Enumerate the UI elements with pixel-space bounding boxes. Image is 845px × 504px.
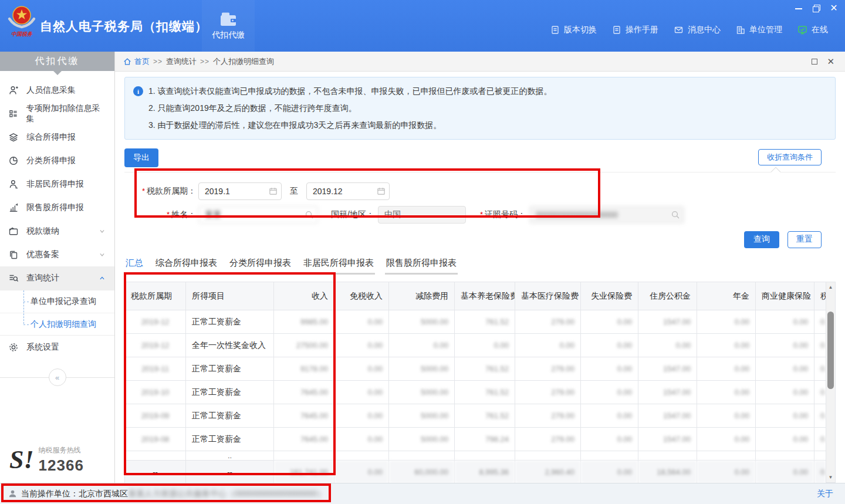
cell-value: 279.00 [515,357,581,381]
sidebar-item-2[interactable]: 综合所得申报 [0,126,114,149]
sidebar-item-8[interactable]: 查询统计 [0,266,114,290]
table-row[interactable]: 2019-10正常工资薪金7645.000.005000.00761.52279… [125,381,826,404]
minimize-icon[interactable] [795,4,803,12]
header-menu-item-0[interactable]: 版本切换 [543,25,604,35]
sidebar-item-9[interactable]: 系统设置 [0,336,114,359]
column-header-1[interactable]: 所得项目 [186,282,274,310]
cell-value: 161,741.00 [274,461,334,483]
cell-value: 0.00 [581,357,638,381]
result-tabs: 汇总综合所得申报表分类所得申报表非居民所得申报表限售股所得申报表 [124,258,836,275]
cell-value: 0.00 [697,334,756,357]
cell-value: 18,564.00 [638,461,697,483]
result-tab-4[interactable]: 限售股所得申报表 [385,258,458,275]
export-button[interactable]: 导出 [124,148,158,167]
scroll-down-icon[interactable]: ▼ [826,473,835,482]
header-menu-item-3[interactable]: 单位管理 [728,25,790,35]
cell-income-item: 全年一次性奖金收入 [186,334,274,357]
calendar-icon[interactable] [377,187,386,195]
cell-value: 27500.00 [274,334,334,357]
about-link[interactable]: 关于 [817,489,833,499]
column-header-3[interactable]: 免税收入 [334,282,389,310]
form-actions: 查询 重置 [124,227,836,252]
sidebar-subitem-1[interactable]: 个人扣缴明细查询 [0,313,114,335]
search-icon[interactable] [305,210,314,219]
cell-value: 5000.00 [389,357,455,381]
header-menu-item-1[interactable]: 操作手册 [604,25,666,35]
header-menu-label: 在线 [812,25,828,35]
search-icon[interactable] [671,210,680,219]
calendar-icon[interactable] [269,187,278,195]
id-number-input[interactable] [529,206,684,224]
search-list-icon [8,273,19,283]
sidebar-item-4[interactable]: 非居民所得申报 [0,172,114,196]
table-row[interactable]: ----161,741.000.0060,000.008,995.362,960… [125,461,826,483]
restore-icon[interactable] [812,4,820,12]
cell-value: 761.52 [455,404,515,428]
module-tab-label: 代扣代缴 [212,30,245,40]
scroll-up-icon[interactable]: ▲ [826,283,835,292]
table-row[interactable]: 2019-12全年一次性奖金收入27500.000.000.000.000.00… [125,334,826,357]
column-header-4[interactable]: 减除费用 [389,282,455,310]
result-tab-1[interactable]: 综合所得申报表 [154,258,218,275]
nationality-label: 国籍/地区： [331,209,374,220]
query-button[interactable]: 查询 [744,231,779,248]
column-header-11[interactable]: 税 [814,282,826,310]
close-icon[interactable]: ✕ [830,4,838,12]
table-row-partial: .. [125,451,826,461]
column-header-5[interactable]: 基本养老保险费 [455,282,515,310]
tab-daikou-daijiao[interactable]: 代扣代缴 [202,0,255,52]
header-menu-item-4[interactable]: 在线 [790,25,836,35]
panel-maximize-icon[interactable] [812,59,817,65]
table-row[interactable]: 2019-11正常工资薪金9178.000.005000.00761.52279… [125,357,826,381]
sidebar-subitem-0[interactable]: 单位申报记录查询 [0,290,114,313]
cell-value: 7645.00 [274,428,334,451]
vertical-scroll-thumb[interactable] [827,312,834,389]
result-tab-3[interactable]: 非居民所得申报表 [302,258,375,275]
header-menu-item-2[interactable]: 消息中心 [666,25,728,35]
sidebar-item-6[interactable]: 税款缴纳 [0,219,114,243]
result-tab-0[interactable]: 汇总 [124,258,144,275]
sidebar-header: 代扣代缴 [0,52,114,71]
mail-icon [674,25,684,35]
table-row[interactable]: 2019-09正常工资薪金7645.000.005000.00761.52279… [125,404,826,428]
vertical-scrollbar[interactable]: ▲ ▼ [826,282,836,483]
notice-line: 3. 由于数据处理的滞后性，建议您在申报成功3天之后再来查询最新的申报数据。 [148,117,827,134]
cell-value: 0.00 [581,428,638,451]
column-header-8[interactable]: 住房公积金 [638,282,697,310]
sidebar-item-7[interactable]: 优惠备案 [0,243,114,266]
gear-icon [8,342,19,353]
sidebar-item-0[interactable]: 人员信息采集 [0,79,114,102]
column-header-9[interactable]: 年金 [697,282,756,310]
form-row-period: *税款所属期： 至 [124,180,836,202]
reset-button[interactable]: 重置 [787,231,822,248]
sidebar-item-5[interactable]: 限售股所得申报 [0,196,114,219]
breadcrumb-home[interactable]: 首页 [123,56,150,67]
table-row[interactable]: 2019-08正常工资薪金7645.000.005000.00798.24279… [125,428,826,451]
sidebar-header-caret [53,71,62,75]
cell-value: 0.00 [515,334,581,357]
nationality-input[interactable] [378,206,466,224]
cell-value: 0.00 [697,461,756,483]
table-row[interactable]: 2019-12正常工资薪金9985.000.005000.00761.52279… [125,310,826,334]
cell-value: 9985.00 [274,310,334,334]
info-icon: i [133,86,143,96]
cell-value: 0.00 [697,404,756,428]
app-title: 自然人电子税务局（扣缴端） [40,18,208,35]
sidebar-collapse-button[interactable]: « [49,368,66,386]
collapse-query-button[interactable]: 收折查询条件 [758,149,822,165]
sidebar-item-1[interactable]: 专项附加扣除信息采集 [0,102,114,126]
cell-value: 761.52 [455,357,515,381]
sidebar-item-label: 限售股所得申报 [26,202,84,213]
column-header-7[interactable]: 失业保险费 [581,282,638,310]
panel-close-icon[interactable]: ✕ [827,58,834,65]
breadcrumb-item: 个人扣缴明细查询 [213,56,274,67]
column-header-2[interactable]: 收入 [274,282,334,310]
column-header-6[interactable]: 基本医疗保险费 [515,282,581,310]
column-header-0[interactable]: 税款所属期 [125,282,186,310]
name-input[interactable] [198,206,318,224]
column-header-10[interactable]: 商业健康保险 [756,282,814,310]
result-tab-2[interactable]: 分类所得申报表 [228,258,292,275]
cell-value: 0.00 [756,461,814,483]
sidebar-item-3[interactable]: 分类所得申报 [0,149,114,172]
cell-value: 0.00 [756,334,814,357]
